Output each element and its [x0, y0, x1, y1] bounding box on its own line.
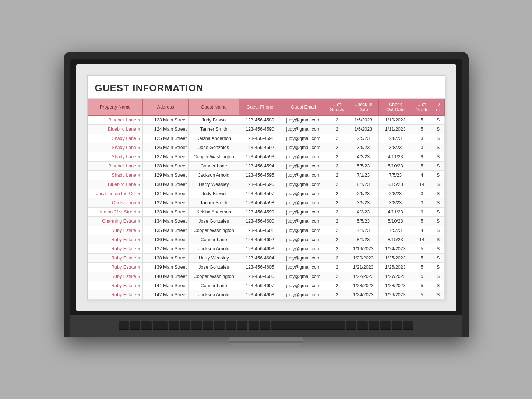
property-cell[interactable]: Ruby Estate ▼: [88, 272, 143, 281]
property-cell[interactable]: Ruby Estate ▼: [88, 281, 143, 290]
num-guests-cell: 2: [326, 281, 348, 290]
property-cell[interactable]: Bluebird Lane ▼: [88, 180, 143, 189]
num-guests-cell: 2: [326, 189, 348, 198]
property-cell[interactable]: Shady Lane ▼: [88, 171, 143, 180]
col-guest-name[interactable]: Guest Name: [189, 99, 239, 116]
property-cell[interactable]: Shady Lane ▼: [88, 152, 143, 162]
col-check-out[interactable]: CheckOut Date: [379, 99, 412, 116]
col-nights[interactable]: # ofNights: [412, 99, 432, 116]
table-row: Bluebell Lane ▼128 Main StreetConner Lan…: [88, 162, 444, 171]
key: [369, 321, 379, 330]
check-in-cell: 5/5/23: [348, 217, 379, 226]
key: [180, 321, 190, 330]
key: [380, 321, 391, 330]
check-in-cell: 2/5/23: [348, 189, 379, 198]
laptop-screen-outer: GUEST INFORMATION Property Name Address …: [64, 52, 469, 337]
property-cell[interactable]: Ruby Estate ▼: [88, 263, 143, 272]
extra-cell: S: [432, 134, 444, 143]
email-cell: judy@gmail.com: [281, 189, 326, 198]
check-in-cell: 1/6/2023: [348, 125, 379, 134]
col-phone[interactable]: Guest Phone: [239, 99, 281, 116]
guest-name-cell: Jose Gonzales: [189, 263, 239, 272]
guest-name-cell: Harry Weasley: [189, 254, 239, 263]
property-cell[interactable]: Chelsea inn ▼: [88, 198, 143, 208]
extra-cell: S: [432, 116, 444, 125]
phone-cell: 123-456-4592: [239, 143, 281, 152]
nights-cell: 3: [412, 143, 432, 152]
property-cell[interactable]: Ruby Estate ▼: [88, 235, 143, 244]
key: [260, 321, 270, 330]
check-in-cell: 3/5/23: [348, 143, 379, 152]
check-in-cell: 1/20/2023: [348, 254, 379, 263]
col-property[interactable]: Property Name: [88, 99, 143, 116]
property-cell[interactable]: Ruby Estate ▼: [88, 244, 143, 254]
num-guests-cell: 2: [326, 226, 348, 235]
property-cell[interactable]: Ruby Estate ▼: [88, 226, 143, 235]
nights-cell: 14: [412, 180, 432, 189]
phone-cell: 123-456-4601: [239, 226, 281, 235]
email-cell: judy@gmail.com: [281, 116, 326, 125]
phone-cell: 123-456-4595: [239, 171, 281, 180]
address-cell: 127 Main Street: [143, 152, 189, 162]
email-cell: judy@gmail.com: [281, 208, 326, 217]
property-cell[interactable]: Ruby Estate ▼: [88, 290, 143, 300]
address-cell: 139 Main Street: [143, 263, 189, 272]
address-cell: 133 Main Street: [143, 208, 189, 217]
phone-cell: 123-456-4604: [239, 254, 281, 263]
address-cell: 134 Main Street: [143, 217, 189, 226]
extra-cell: S: [432, 152, 444, 162]
phone-cell: 123-456-4605: [239, 263, 281, 272]
email-cell: judy@gmail.com: [281, 235, 326, 244]
key: [141, 321, 152, 330]
spacebar-key: [271, 321, 345, 330]
nights-cell: 5: [412, 244, 432, 254]
guest-name-cell: Cooper Washington: [189, 272, 239, 281]
property-cell[interactable]: Ruby Estate ▼: [88, 254, 143, 263]
extra-cell: S: [432, 217, 444, 226]
guest-table: Property Name Address Guest Name Guest P…: [88, 99, 445, 300]
property-cell[interactable]: Bluebell Lane ▼: [88, 162, 143, 171]
property-cell[interactable]: Shady Lane ▼: [88, 134, 143, 143]
table-row: Shady Lane ▼127 Main StreetCooper Washin…: [88, 152, 444, 162]
col-email[interactable]: Guest Email: [281, 99, 326, 116]
col-check-in[interactable]: Check InDate: [348, 99, 379, 116]
phone-cell: 123-456-4593: [239, 152, 281, 162]
extra-cell: S: [432, 125, 444, 134]
table-row: Bluebird Lane ▼124 Main StreetTanner Smi…: [88, 125, 444, 134]
email-cell: judy@gmail.com: [281, 272, 326, 281]
key: [214, 321, 225, 330]
check-out-cell: 1/24/2023: [379, 244, 412, 254]
check-out-cell: 1/29/2023: [379, 290, 412, 300]
email-cell: judy@gmail.com: [281, 162, 326, 171]
num-guests-cell: 2: [326, 263, 348, 272]
col-num-guests[interactable]: # ofGuests: [326, 99, 348, 116]
check-out-cell: 1/10/2023: [379, 116, 412, 125]
key: [226, 321, 236, 330]
property-cell[interactable]: Charming Estate ▼: [88, 217, 143, 226]
email-cell: judy@gmail.com: [281, 134, 326, 143]
spreadsheet-title: GUEST INFORMATION: [88, 76, 445, 99]
check-out-cell: 1/11/2023: [379, 125, 412, 134]
property-cell[interactable]: Bluebell Lane ▼: [88, 116, 143, 125]
key: [357, 321, 368, 330]
check-in-cell: 8/1/23: [348, 235, 379, 244]
email-cell: judy@gmail.com: [281, 125, 326, 134]
property-cell[interactable]: Inn on 31st Street ▼: [88, 208, 143, 217]
property-cell[interactable]: Shady Lane ▼: [88, 143, 143, 152]
guest-name-cell: Cooper Washington: [189, 226, 239, 235]
phone-cell: 123-456-4597: [239, 189, 281, 198]
num-guests-cell: 2: [326, 143, 348, 152]
guest-name-cell: Jackson Arnold: [189, 171, 239, 180]
property-cell[interactable]: Jaca Inn on the Cor ▼: [88, 189, 143, 198]
check-in-cell: 7/1/23: [348, 226, 379, 235]
table-row: Bluebell Lane ▼123 Main StreetJudy Brown…: [88, 116, 444, 125]
col-extra[interactable]: Dre: [432, 99, 444, 116]
email-cell: judy@gmail.com: [281, 143, 326, 152]
guest-name-cell: Tanner Smith: [189, 198, 239, 208]
property-cell[interactable]: Bluebird Lane ▼: [88, 125, 143, 134]
address-cell: 132 Main Street: [143, 198, 189, 208]
key: [130, 321, 140, 330]
extra-cell: S: [432, 235, 444, 244]
col-address[interactable]: Address: [143, 99, 189, 116]
nights-cell: 5: [412, 116, 432, 125]
